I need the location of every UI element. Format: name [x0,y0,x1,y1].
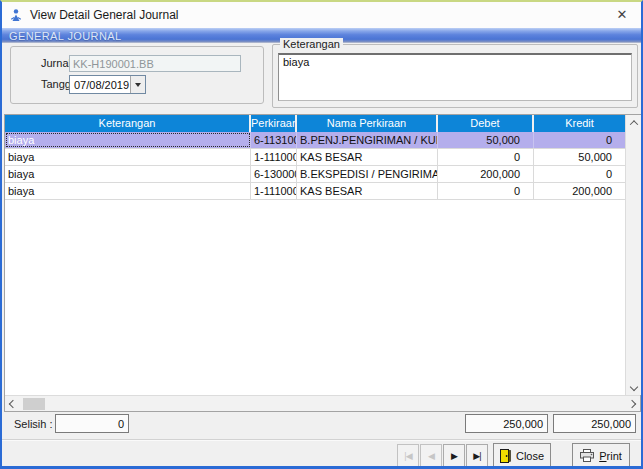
scroll-left-button[interactable] [5,396,21,412]
print-button-label: Print [599,450,622,462]
section-banner-title: GENERAL JOURNAL [2,30,122,42]
cell-nama-perkiraan: KAS BESAR [297,149,438,165]
column-header-debet[interactable]: Debet [438,115,534,132]
cell-kredit: 50,000 [534,149,625,165]
cell-keterangan: biaya [5,132,251,148]
title-bar: View Detail General Journal ✕ [2,2,641,28]
table-row[interactable]: biaya 6-1300001 B.EKSPEDISI / PENGIRIMAN… [5,166,625,183]
dropdown-arrow-button[interactable] [130,76,145,93]
cell-debet: 200,000 [438,166,534,182]
tanggal-dropdown[interactable]: 07/08/2019 [69,75,146,94]
app-icon [9,8,24,23]
window-title: View Detail General Journal [30,8,179,22]
nav-previous-button[interactable]: ◀ [420,444,442,467]
table-row[interactable]: biaya 1-1110001 KAS BESAR 0 50,000 [5,149,625,166]
chevron-left-icon [9,399,17,407]
keterangan-textarea[interactable]: biaya [278,53,632,101]
jurnal-number-field[interactable]: KK-H190001.BB [69,55,241,72]
journal-info-group: Jurnal #: KK-H190001.BB Tanggal: 07/08/2… [10,46,264,104]
cell-nama-perkiraan: B.PENJ.PENGIRIMAN / KULI [297,132,438,148]
vertical-scrollbar[interactable] [625,115,641,395]
journal-detail-grid: Keterangan Perkiraan Nama Perkiraan Debe… [4,114,641,412]
column-header-perkiraan[interactable]: Perkiraan [251,115,297,132]
cell-debet: 0 [438,183,534,199]
scrollbar-thumb[interactable] [23,398,45,410]
selisih-field: 0 [55,414,129,433]
cell-kredit: 200,000 [534,183,625,199]
keterangan-label: Keterangan [280,38,343,50]
column-header-keterangan[interactable]: Keterangan [5,115,251,132]
chevron-right-icon [628,399,636,407]
nav-next-button[interactable]: ▶ [443,444,465,467]
cell-keterangan: biaya [5,183,251,199]
scroll-right-button[interactable] [624,396,640,412]
cell-perkiraan: 1-1110001 [251,149,297,165]
scroll-down-button[interactable] [626,379,642,395]
cell-debet: 0 [438,149,534,165]
keterangan-group: Keterangan biaya [272,44,638,108]
cell-perkiraan: 1-1110001 [251,183,297,199]
column-header-kredit[interactable]: Kredit [534,115,625,132]
table-row[interactable]: biaya 6-1131001 B.PENJ.PENGIRIMAN / KULI… [5,132,625,149]
close-button[interactable]: Close [493,443,551,468]
cell-keterangan: biaya [5,149,251,165]
table-row[interactable]: biaya 1-1110001 KAS BESAR 0 200,000 [5,183,625,200]
printer-icon [580,449,594,462]
selisih-label: Selisih : [14,418,53,430]
scroll-up-button[interactable] [626,115,642,131]
horizontal-scrollbar[interactable] [5,395,640,411]
cell-kredit: 0 [534,166,625,182]
close-button-label: Close [516,450,544,462]
nav-first-button[interactable]: |◀ [397,444,419,467]
view-detail-general-journal-window: View Detail General Journal ✕ GENERAL JO… [0,0,643,469]
cell-kredit: 0 [534,132,625,148]
footer-divider [2,439,641,441]
cell-debet: 50,000 [438,132,534,148]
cell-perkiraan: 6-1300001 [251,166,297,182]
total-kredit-field: 250,000 [553,414,636,433]
chevron-down-icon [629,383,637,391]
chevron-up-icon [629,120,637,128]
cell-keterangan: biaya [5,166,251,182]
nav-last-button[interactable]: ▶| [466,444,488,467]
cell-nama-perkiraan: B.EKSPEDISI / PENGIRIMAN [297,166,438,182]
total-debet-field: 250,000 [465,414,548,433]
grid-header-row: Keterangan Perkiraan Nama Perkiraan Debe… [5,115,625,132]
chevron-down-icon [135,83,141,87]
print-button[interactable]: Print [572,443,630,468]
tanggal-value: 07/08/2019 [70,79,130,91]
door-icon [500,449,511,463]
cell-perkiraan: 6-1131001 [251,132,297,148]
grid-empty-area [5,200,625,395]
column-header-nama-perkiraan[interactable]: Nama Perkiraan [297,115,438,132]
cell-nama-perkiraan: KAS BESAR [297,183,438,199]
window-close-button[interactable]: ✕ [609,3,635,25]
